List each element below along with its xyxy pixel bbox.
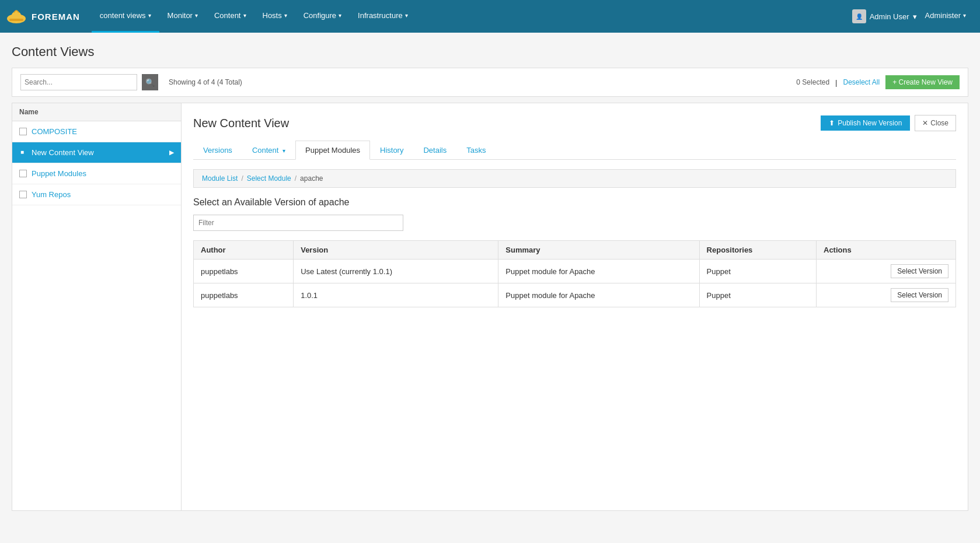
versions-table: Author Version Summary Repositories Acti… [193,240,956,307]
deselect-all-link[interactable]: Deselect All [843,78,880,86]
cell-summary-1: Puppet module for Apache [498,283,699,307]
search-left: 🔍 Showing 4 of 4 (4 Total) [20,74,242,90]
sidebar-label-yum-repos: Yum Repos [32,190,174,199]
table-row: puppetlabs 1.0.1 Puppet module for Apach… [194,283,956,307]
search-row: 🔍 Showing 4 of 4 (4 Total) 0 Selected | … [12,68,968,97]
select-version-button-0[interactable]: Select Version [891,264,948,278]
select-version-button-1[interactable]: Select Version [891,288,948,302]
content-header: New Content View ⬆ Publish New Version ✕… [193,115,956,131]
sidebar-label-new-content-view: New Content View [32,148,165,157]
tab-tasks[interactable]: Tasks [456,141,496,160]
nav-arrow-content: ▾ [243,12,246,19]
nav-arrow-content-views: ▾ [148,12,151,19]
content-area: New Content View ⬆ Publish New Version ✕… [182,103,968,510]
sidebar-checkbox-new-content-view[interactable]: ■ [19,149,27,156]
breadcrumb-sep-1: / [241,174,243,183]
tab-details[interactable]: Details [413,141,456,160]
search-button[interactable]: 🔍 [142,74,158,90]
user-menu[interactable]: 👤 Admin User ▾ [852,9,917,23]
nav-item-monitor[interactable]: Monitor ▾ [159,0,206,33]
sidebar-checkbox-yum-repos[interactable] [19,191,27,198]
close-button[interactable]: ✕ Close [915,115,956,131]
search-right: 0 Selected | Deselect All + Create New V… [796,75,960,89]
tabs: Versions Content ▾ Puppet Modules Histor… [193,141,956,160]
sidebar-header: Name [12,103,181,121]
sidebar-item-puppet-modules[interactable]: Puppet Modules [12,163,181,184]
user-avatar: 👤 [852,9,866,23]
logo-area[interactable]: FOREMAN [6,6,80,27]
top-navigation: FOREMAN content views ▾ Monitor ▾ Conten… [0,0,980,33]
page-wrapper: Content Views 🔍 Showing 4 of 4 (4 Total)… [0,33,980,511]
content-tab-dropdown-arrow: ▾ [283,148,285,154]
nav-arrow-monitor: ▾ [195,12,198,19]
col-repositories: Repositories [699,241,816,260]
cell-actions-0: Select Version [817,260,956,283]
sidebar-item-yum-repos[interactable]: Yum Repos [12,184,181,205]
cell-actions-1: Select Version [817,283,956,307]
sidebar-item-composite[interactable]: COMPOSITE [12,121,181,142]
col-summary: Summary [498,241,699,260]
sidebar-checkbox-composite[interactable] [19,128,27,135]
svg-rect-1 [9,19,23,21]
nav-arrow-infrastructure: ▾ [405,12,408,19]
nav-item-infrastructure[interactable]: Infrastructure ▾ [350,0,416,33]
cell-version-0: Use Latest (currently 1.0.1) [294,260,498,283]
breadcrumb-module-list[interactable]: Module List [202,174,238,183]
col-actions: Actions [817,241,956,260]
table-body: puppetlabs Use Latest (currently 1.0.1) … [194,260,956,307]
nav-arrow-administer: ▾ [963,12,966,19]
search-input[interactable] [20,74,137,90]
table-header: Author Version Summary Repositories Acti… [194,241,956,260]
nav-right: 👤 Admin User ▾ Administer ▾ [852,0,974,33]
nav-item-administer[interactable]: Administer ▾ [917,0,974,33]
brand-name: FOREMAN [32,12,80,22]
nav-item-content-views[interactable]: content views ▾ [92,0,159,33]
content-title: New Content View [193,117,289,130]
section-title: Select an Available Version of apache [193,197,956,208]
breadcrumb: Module List / Select Module / apache [193,169,956,188]
nav-item-configure[interactable]: Configure ▾ [295,0,350,33]
nav-item-hosts[interactable]: Hosts ▾ [254,0,295,33]
separator: | [835,78,837,87]
sidebar-label-composite: COMPOSITE [32,127,174,136]
tab-versions[interactable]: Versions [193,141,242,160]
page-title: Content Views [12,44,968,59]
tab-history[interactable]: History [370,141,413,160]
breadcrumb-select-module[interactable]: Select Module [247,174,291,183]
nav-arrow-configure: ▾ [339,12,341,19]
publish-new-version-button[interactable]: ⬆ Publish New Version [821,115,910,131]
selected-count: 0 Selected [796,78,829,86]
cell-author-0: puppetlabs [194,260,294,283]
cell-author-1: puppetlabs [194,283,294,307]
close-icon: ✕ [922,119,928,127]
user-dropdown-arrow: ▾ [913,12,917,21]
tab-puppet-modules[interactable]: Puppet Modules [295,141,370,160]
sidebar-item-new-content-view[interactable]: ■ New Content View ▶ [12,142,181,163]
sidebar-arrow-new-content-view: ▶ [169,149,174,156]
foreman-logo-icon [6,6,27,27]
nav-links: content views ▾ Monitor ▾ Content ▾ Host… [92,0,852,33]
filter-input[interactable] [193,215,403,231]
tab-content[interactable]: Content ▾ [242,141,295,160]
sidebar-checkbox-puppet-modules[interactable] [19,170,27,177]
cell-repos-0: Puppet [699,260,816,283]
content-actions: ⬆ Publish New Version ✕ Close [821,115,956,131]
main-content: Name COMPOSITE ■ New Content View ▶ Pupp… [12,103,968,511]
breadcrumb-current: apache [300,174,323,183]
col-author: Author [194,241,294,260]
col-version: Version [294,241,498,260]
publish-icon: ⬆ [829,119,835,127]
create-new-view-button[interactable]: + Create New View [885,75,960,89]
cell-repos-1: Puppet [699,283,816,307]
sidebar: Name COMPOSITE ■ New Content View ▶ Pupp… [12,103,182,510]
nav-item-content[interactable]: Content ▾ [206,0,254,33]
sidebar-label-puppet-modules: Puppet Modules [32,169,174,178]
breadcrumb-sep-2: / [295,174,297,183]
cell-version-1: 1.0.1 [294,283,498,307]
table-row: puppetlabs Use Latest (currently 1.0.1) … [194,260,956,283]
showing-text: Showing 4 of 4 (4 Total) [169,78,242,86]
cell-summary-0: Puppet module for Apache [498,260,699,283]
nav-arrow-hosts: ▾ [284,12,287,19]
